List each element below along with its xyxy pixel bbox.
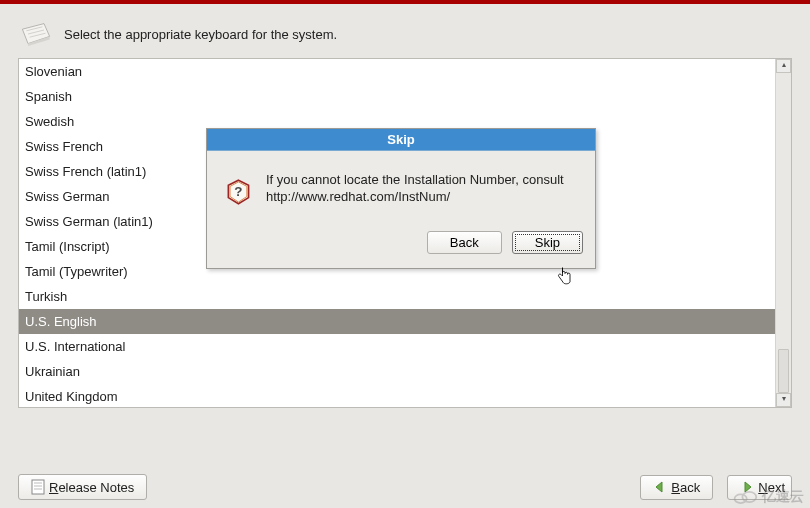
watermark-text: 亿速云 [762, 488, 804, 506]
dialog-skip-rest: kip [543, 235, 560, 250]
skip-dialog: Skip ? If you cannot locate the Installa… [206, 128, 596, 269]
scroll-thumb[interactable] [778, 349, 789, 393]
list-item[interactable]: Spanish [19, 84, 775, 109]
header-text: Select the appropriate keyboard for the … [64, 27, 337, 42]
back-mnemonic: B [671, 480, 680, 495]
release-notes-mnemonic: R [49, 480, 58, 495]
svg-rect-5 [32, 480, 44, 494]
scroll-down-arrow[interactable]: ▾ [776, 393, 791, 407]
svg-marker-9 [656, 482, 662, 492]
keyboard-icon [20, 20, 52, 48]
list-item[interactable]: United Kingdom [19, 384, 775, 407]
dialog-back-button[interactable]: Back [427, 231, 502, 254]
dialog-buttons: Back Skip [207, 225, 595, 268]
watermark: 亿速云 [732, 488, 804, 506]
dialog-skip-button[interactable]: Skip [512, 231, 583, 254]
back-rest: ack [680, 480, 700, 495]
question-icon: ? [225, 171, 252, 213]
svg-text:?: ? [234, 184, 242, 199]
header: Select the appropriate keyboard for the … [0, 4, 810, 58]
list-item[interactable]: U.S. English [19, 309, 775, 334]
release-notes-button[interactable]: Release Notes [18, 474, 147, 500]
list-item[interactable]: Turkish [19, 284, 775, 309]
release-notes-rest: elease Notes [58, 480, 134, 495]
dialog-body: ? If you cannot locate the Installation … [207, 151, 595, 225]
scrollbar[interactable]: ▴ ▾ [775, 59, 791, 407]
document-icon [31, 479, 45, 495]
footer: Release Notes Back Next [0, 474, 810, 500]
dialog-message: If you cannot locate the Installation Nu… [266, 171, 577, 205]
list-item[interactable]: Slovenian [19, 59, 775, 84]
list-item[interactable]: U.S. International [19, 334, 775, 359]
dialog-title: Skip [207, 129, 595, 151]
list-item[interactable]: Ukrainian [19, 359, 775, 384]
back-button[interactable]: Back [640, 475, 713, 500]
arrow-left-icon [653, 480, 667, 494]
scroll-up-arrow[interactable]: ▴ [776, 59, 791, 73]
dialog-back-rest: ack [458, 235, 478, 250]
svg-point-15 [742, 492, 756, 502]
